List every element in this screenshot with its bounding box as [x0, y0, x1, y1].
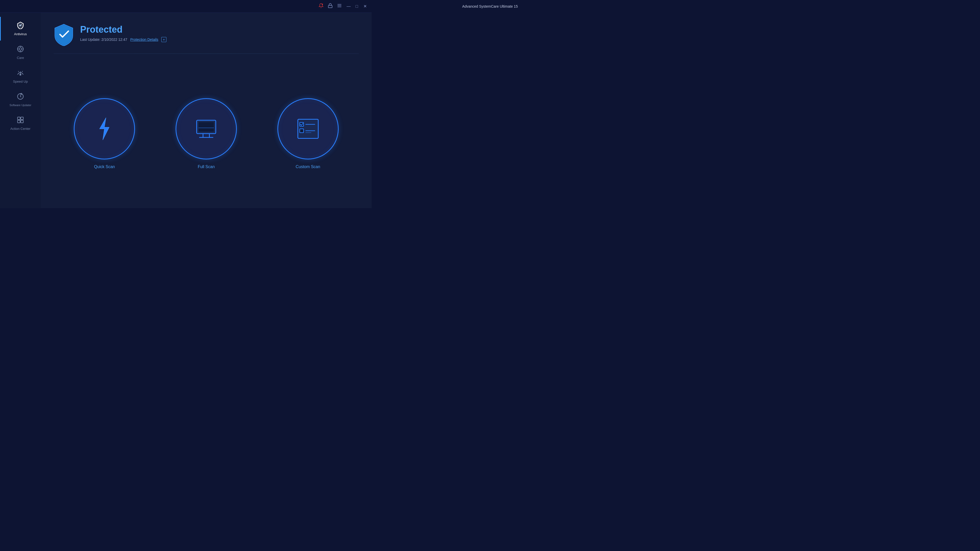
- svg-marker-22: [100, 118, 110, 140]
- window-controls: — □ ✕: [346, 4, 368, 9]
- svg-line-15: [18, 71, 19, 72]
- software-updater-icon: [17, 93, 24, 101]
- title-bar-right: — □ ✕: [318, 3, 368, 10]
- close-button[interactable]: ✕: [363, 4, 368, 9]
- svg-point-5: [19, 24, 21, 26]
- maximize-button[interactable]: □: [354, 4, 360, 9]
- status-text: Protected Last Update: 2/10/2022 12:47 P…: [80, 24, 166, 42]
- quick-scan-button[interactable]: Quick Scan: [74, 98, 135, 169]
- svg-point-13: [20, 74, 21, 75]
- svg-rect-24: [199, 122, 214, 132]
- title-bar: Advanced SystemCare Ultimate 15 — □: [0, 0, 372, 13]
- sidebar-item-care[interactable]: Care: [0, 41, 41, 64]
- divider: [54, 54, 359, 54]
- minimize-button[interactable]: —: [346, 4, 351, 9]
- status-section: Protected Last Update: 2/10/2022 12:47 P…: [54, 23, 359, 43]
- quick-scan-circle: [74, 98, 135, 159]
- custom-scan-circle: [277, 98, 339, 159]
- status-subtitle: Last Update: 2/10/2022 12:47 Protection …: [80, 37, 166, 42]
- antivirus-icon: [17, 21, 24, 30]
- sidebar-item-speedup-label: Speed Up: [13, 79, 28, 83]
- protection-details-link[interactable]: Protection Details: [130, 38, 158, 41]
- sidebar-item-care-label: Care: [17, 56, 24, 60]
- action-center-icon: [17, 116, 24, 125]
- protection-details-plus-button[interactable]: +: [161, 37, 166, 42]
- status-title: Protected: [80, 24, 166, 35]
- menu-icon[interactable]: [337, 3, 342, 10]
- scan-buttons: Quick Scan: [54, 67, 359, 200]
- sidebar-item-antivirus[interactable]: Antivirus: [0, 17, 41, 41]
- bell-icon[interactable]: [318, 3, 324, 10]
- svg-rect-32: [300, 129, 304, 133]
- full-scan-circle: [176, 98, 237, 159]
- svg-rect-21: [21, 121, 23, 123]
- custom-scan-icon: [295, 118, 321, 140]
- svg-rect-20: [18, 121, 20, 123]
- sidebar-item-action-center-label: Action Center: [11, 127, 30, 130]
- main-layout: Antivirus Care: [0, 13, 372, 208]
- svg-rect-18: [18, 117, 20, 120]
- svg-rect-19: [21, 117, 23, 120]
- sidebar: Antivirus Care: [0, 13, 41, 208]
- lock-icon[interactable]: [328, 3, 333, 10]
- care-icon: [17, 45, 24, 54]
- sidebar-item-speedup[interactable]: Speed Up: [0, 64, 41, 88]
- full-scan-label: Full Scan: [198, 165, 215, 169]
- svg-point-0: [322, 4, 323, 5]
- custom-scan-button[interactable]: Custom Scan: [277, 98, 339, 169]
- svg-point-7: [19, 48, 22, 50]
- custom-scan-label: Custom Scan: [296, 165, 320, 169]
- speedup-icon: [17, 69, 24, 78]
- svg-rect-1: [328, 5, 332, 8]
- sidebar-item-software-updater-label: Software Updater: [10, 103, 32, 107]
- sidebar-item-software-updater[interactable]: Software Updater: [0, 88, 41, 111]
- full-scan-button[interactable]: Full Scan: [176, 98, 237, 169]
- last-update-text: Last Update: 2/10/2022 12:47: [80, 38, 127, 41]
- shield-icon: [54, 23, 74, 43]
- quick-scan-icon: [94, 116, 115, 141]
- quick-scan-label: Quick Scan: [94, 165, 115, 169]
- sidebar-item-antivirus-label: Antivirus: [14, 32, 27, 36]
- full-scan-icon: [193, 118, 219, 140]
- sidebar-item-action-center[interactable]: Action Center: [0, 111, 41, 135]
- svg-line-14: [22, 71, 23, 72]
- content-area: Protected Last Update: 2/10/2022 12:47 P…: [41, 13, 372, 208]
